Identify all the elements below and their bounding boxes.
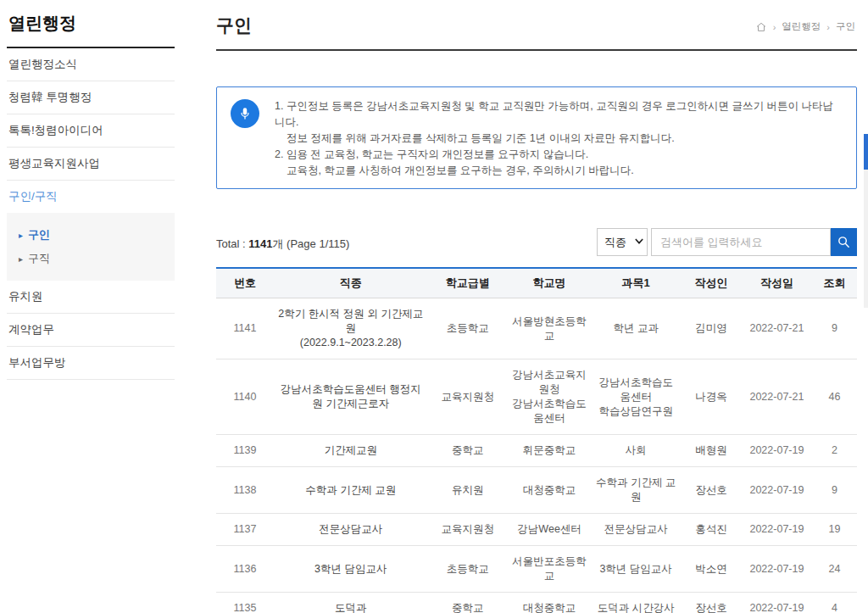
table-row[interactable]: 1141 2학기 한시적 정원 외 기간제교원 (2022.9.1~2023.2… [216, 298, 857, 359]
sidebar-subitem-job-seek[interactable]: ▸구직 [19, 247, 175, 270]
cell-subject: 학년 교과 [591, 298, 681, 359]
cell-school-name: 서울반포초등학교 [508, 546, 591, 593]
cell-school-level: 교육지원청 [427, 514, 508, 546]
sidebar-title: 열린행정 [7, 7, 175, 48]
cell-subject: 수학과 기간제 교원 [591, 467, 681, 514]
sidebar-item-lifelong-edu[interactable]: 평생교육지원사업 [7, 148, 175, 181]
cell-date: 2022-07-21 [742, 298, 812, 359]
submenu-arrow-icon: ▸ [19, 231, 23, 240]
cell-school-level: 중학교 [427, 435, 508, 467]
cell-subject: 전문상담교사 [591, 514, 681, 546]
cell-job-title[interactable]: 강남서초학습도움센터 행정지원 기간제근로자 [274, 359, 427, 435]
col-header-school-level: 학교급별 [427, 268, 508, 298]
col-header-date: 작성일 [742, 268, 812, 298]
search-input[interactable] [651, 228, 831, 256]
home-icon[interactable] [755, 21, 767, 33]
table-header-row: 번호 직종 학교급별 학교명 과목1 작성인 작성일 조회 [216, 268, 857, 298]
cell-school-name: 대청중학교 [508, 467, 591, 514]
table-row[interactable]: 1137 전문상담교사 교육지원청 강남Wee센터 전문상담교사 홍석진 202… [216, 514, 857, 546]
cell-job-title[interactable]: 2학기 한시적 정원 외 기간제교원 (2022.9.1~2023.2.28) [274, 298, 427, 359]
table-row[interactable]: 1136 3학년 담임교사 초등학교 서울반포초등학교 3학년 담임교사 박소연… [216, 546, 857, 593]
job-posts-table: 번호 직종 학교급별 학교명 과목1 작성인 작성일 조회 1141 2학기 한… [216, 267, 857, 613]
notice-line-4: 교육청, 학교를 사칭하여 개인정보를 요구하는 경우, 주의하시기 바랍니다. [275, 163, 841, 179]
cell-date: 2022-07-19 [742, 514, 812, 546]
cell-school-name: 강남Wee센터 [508, 514, 591, 546]
col-header-subject: 과목1 [591, 268, 681, 298]
cell-school-level: 초등학교 [427, 546, 508, 593]
sidebar-item-integrity-idea[interactable]: 톡톡!청렴아이디어 [7, 114, 175, 148]
cell-writer: 박소연 [681, 546, 742, 593]
cell-job-title[interactable]: 전문상담교사 [274, 514, 427, 546]
cell-no: 1137 [216, 514, 274, 546]
sidebar-item-job-offer-seek[interactable]: 구인/구직 [7, 181, 175, 213]
table-row[interactable]: 1140 강남서초학습도움센터 행정지원 기간제근로자 교육지원청 강남서초교육… [216, 359, 857, 435]
col-header-writer: 작성인 [681, 268, 742, 298]
table-row[interactable]: 1139 기간제교원 중학교 휘문중학교 사회 배형원 2022-07-19 2 [216, 435, 857, 467]
cell-views: 9 [812, 467, 857, 514]
cell-views: 24 [812, 546, 857, 593]
breadcrumb-item-open-admin[interactable]: 열린행정 [782, 20, 821, 33]
cell-school-name: 강남서초교육지원청 강남서초학습도움센터 [508, 359, 591, 435]
cell-views: 46 [812, 359, 857, 435]
cell-no: 1136 [216, 546, 274, 593]
notice-text: 1. 구인정보 등록은 강남서초교육지원청 및 학교 교직원만 가능하며, 교직… [275, 97, 841, 179]
sidebar-submenu: ▸구인 ▸구직 [7, 213, 175, 281]
cell-writer: 김미영 [681, 298, 742, 359]
page-header: 구인 › 열린행정 › 구인 [216, 7, 857, 51]
cell-school-name: 휘문중학교 [508, 435, 591, 467]
page: 열린행정 열린행정소식 청렴韓 투명행정 톡톡!청렴아이디어 평생교육지원사업 … [0, 0, 868, 613]
cell-no: 1138 [216, 467, 274, 514]
cell-school-level: 중학교 [427, 593, 508, 613]
sidebar-subitem-label: 구인 [28, 228, 50, 241]
submenu-arrow-icon: ▸ [19, 254, 23, 264]
cell-subject: 도덕과 시간강사 [591, 593, 681, 613]
total-suffix: 개 (Page 1/115) [273, 237, 350, 250]
breadcrumb-separator: › [773, 22, 776, 32]
total-count: Total : 1141개 (Page 1/115) [216, 237, 349, 252]
search-category-select[interactable]: 직종 [597, 228, 648, 256]
sidebar-item-dept-workroom[interactable]: 부서업무방 [7, 347, 175, 380]
table-row[interactable]: 1135 도덕과 중학교 대청중학교 도덕과 시간강사 장선호 2022-07-… [216, 593, 857, 613]
sidebar-item-open-admin-news[interactable]: 열린행정소식 [7, 48, 175, 81]
cell-school-level: 유치원 [427, 467, 508, 514]
cell-date: 2022-07-19 [742, 593, 812, 613]
table-row[interactable]: 1138 수학과 기간제 교원 유치원 대청중학교 수학과 기간제 교원 장선호… [216, 467, 857, 514]
total-label: Total : [216, 237, 248, 250]
col-header-views: 조회 [812, 268, 857, 298]
cell-school-level: 교육지원청 [427, 359, 508, 435]
breadcrumb-item-current: 구인 [836, 20, 855, 33]
cell-writer: 홍석진 [681, 514, 742, 546]
notice-line-2: 정보 정제를 위해 과거자료를 삭제하고 등록일 기준 1년 이내의 자료만 유… [275, 131, 841, 147]
cell-subject: 강남서초학습도움센터 학습상담연구원 [591, 359, 681, 435]
sidebar-item-integrity-admin[interactable]: 청렴韓 투명행정 [7, 81, 175, 114]
sidebar-item-contract-work[interactable]: 계약업무 [7, 314, 175, 347]
cell-job-title[interactable]: 도덕과 [274, 593, 427, 613]
notice-box: 1. 구인정보 등록은 강남서초교육지원청 및 학교 교직원만 가능하며, 교직… [216, 86, 857, 189]
cell-views: 4 [812, 593, 857, 613]
cell-no: 1141 [216, 298, 274, 359]
scrollbar-thumb[interactable] [864, 134, 868, 170]
list-toolbar: Total : 1141개 (Page 1/115) 직종 [216, 228, 857, 256]
microphone-icon [231, 99, 259, 128]
search-button[interactable] [831, 228, 857, 256]
cell-views: 9 [812, 298, 857, 359]
sidebar: 열린행정 열린행정소식 청렴韓 투명행정 톡톡!청렴아이디어 평생교육지원사업 … [7, 7, 175, 380]
cell-school-level: 초등학교 [427, 298, 508, 359]
sidebar-subitem-job-offer[interactable]: ▸구인 [19, 223, 175, 247]
cell-no: 1135 [216, 593, 274, 613]
cell-views: 19 [812, 514, 857, 546]
search-box: 직종 [597, 228, 857, 256]
cell-subject: 3학년 담임교사 [591, 546, 681, 593]
notice-line-3: 2. 임용 전 교육청, 학교는 구직자의 개인정보를 요구하지 않습니다. [275, 147, 841, 163]
sidebar-item-kindergarten[interactable]: 유치원 [7, 281, 175, 314]
cell-job-title[interactable]: 수학과 기간제 교원 [274, 467, 427, 514]
cell-job-title[interactable]: 기간제교원 [274, 435, 427, 467]
cell-no: 1139 [216, 435, 274, 467]
total-number: 1141 [248, 237, 272, 250]
cell-job-title[interactable]: 3학년 담임교사 [274, 546, 427, 593]
col-header-no: 번호 [216, 268, 274, 298]
cell-writer: 장선호 [681, 593, 742, 613]
cell-subject: 사회 [591, 435, 681, 467]
main-content: 구인 › 열린행정 › 구인 [216, 7, 857, 613]
cell-date: 2022-07-19 [742, 435, 812, 467]
